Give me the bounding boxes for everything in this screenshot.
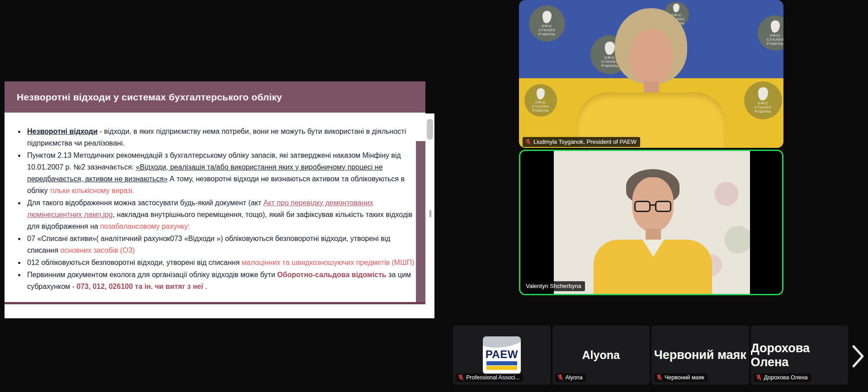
name-tag-valentyn: Valentyn Shcherbyna	[523, 281, 585, 291]
slide-bullets: Незворотні відходи - відходи, в яких під…	[25, 126, 415, 293]
scrollbar-thumb[interactable]	[427, 119, 433, 140]
name-tag-label: Professional Associ...	[466, 374, 520, 381]
tooth-icon	[605, 42, 615, 55]
video-tile-liudmyla[interactable]: ОФІССТАЛИХРІШЕНЬОФІССТАЛИХРІШЕНЬОФІССТАЛ…	[519, 0, 783, 148]
name-tag-chervonyi-maiak: Червоний маяк	[654, 373, 708, 382]
paew-flag-yellow	[486, 366, 517, 370]
resize-handle-icon[interactable]: ||	[427, 208, 433, 219]
name-tag-label: Liudmyla Tsyganok, President of PAEW	[533, 138, 637, 145]
chevron-right-icon	[851, 344, 865, 369]
tooth-icon	[758, 87, 768, 100]
participant-filmstrip: PAEW Professional Associ... Alyona Alyon…	[453, 326, 848, 385]
strip-tile-alyona[interactable]: Alyona Alyona	[552, 326, 650, 385]
name-tag-paew: Professional Associ...	[456, 373, 523, 382]
strip-tile-chervonyi-maiak[interactable]: Червоний маяк Червоний маяк	[651, 326, 749, 385]
video-content	[554, 151, 750, 294]
participant-face	[630, 29, 673, 85]
glasses-right-lens	[655, 201, 671, 212]
slide-bullet: 07 «Списані активи»( аналітичний рахунок…	[25, 233, 415, 256]
slide-accent-band	[416, 141, 425, 302]
tooth-icon	[542, 11, 552, 23]
slide-bullet: Незворотні відходи - відходи, в яких під…	[25, 126, 415, 149]
slide-title: Незворотні відходи у системах бухгалтерс…	[17, 92, 282, 103]
tooth-icon	[771, 20, 780, 33]
mic-muted-icon	[656, 374, 662, 381]
strip-tile-paew[interactable]: PAEW Professional Associ...	[453, 326, 551, 385]
display-name: Дорохова Олена	[751, 341, 849, 369]
name-tag-label: Червоний маяк	[665, 374, 704, 381]
slide-title-bar: Незворотні відходи у системах бухгалтерс…	[5, 81, 425, 113]
paew-logo-text: PAEW	[483, 348, 521, 361]
name-tag-liudmyla: Liudmyla Tsyganok, President of PAEW	[523, 137, 640, 147]
mic-muted-icon	[525, 139, 531, 145]
office-stalyh-rishen-logo: ОФІССТАЛИХРІШЕНЬ	[758, 15, 783, 51]
name-tag-label: Дорохова Олена	[764, 374, 808, 381]
slide-divider	[5, 302, 425, 304]
office-stalyh-rishen-logo: ОФІССТАЛИХРІШЕНЬ	[744, 81, 782, 119]
glasses-bridge	[650, 204, 656, 206]
paew-logo: PAEW	[483, 336, 521, 374]
slide-bullet: Пунктом 2.13 Методичних рекомендацій з б…	[25, 150, 415, 197]
next-participants-button[interactable]	[850, 343, 866, 370]
strip-tile-dorokhova-olena[interactable]: Дорохова Олена Дорохова Олена	[751, 326, 849, 385]
name-tag-label: Valentyn Shcherbyna	[526, 283, 581, 289]
mic-muted-icon	[756, 374, 762, 381]
paew-flag-blue	[486, 361, 517, 365]
mic-muted-icon	[458, 374, 464, 381]
tooth-icon	[673, 4, 680, 12]
display-name: Червоний маяк	[654, 348, 746, 362]
shared-slide: Незворотні відходи у системах бухгалтерс…	[5, 81, 425, 318]
display-name: Alyona	[582, 349, 620, 362]
slide-bullet: Для такого відображення можна застосуват…	[25, 197, 415, 232]
office-stalyh-rishen-logo: ОФІССТАЛИХРІШЕНЬ	[524, 84, 557, 117]
tooth-icon	[537, 88, 545, 99]
glasses-left-lens	[634, 201, 651, 212]
slide-scrollbar[interactable]: ||	[425, 113, 434, 318]
slide-bullet: Первинним документом еколога для організ…	[25, 269, 415, 293]
name-tag-alyona: Alyona	[555, 373, 586, 382]
name-tag-label: Alyona	[566, 374, 583, 381]
office-stalyh-rishen-logo: ОФІССТАЛИХРІШЕНЬ	[529, 5, 565, 42]
video-tile-valentyn-speaking[interactable]: Valentyn Shcherbyna	[519, 150, 783, 295]
slide-bullet: 012 обліковуються безповоротні відходи, …	[25, 257, 415, 269]
mic-muted-icon	[557, 374, 563, 381]
name-tag-dorokhova-olena: Дорохова Олена	[754, 373, 811, 382]
